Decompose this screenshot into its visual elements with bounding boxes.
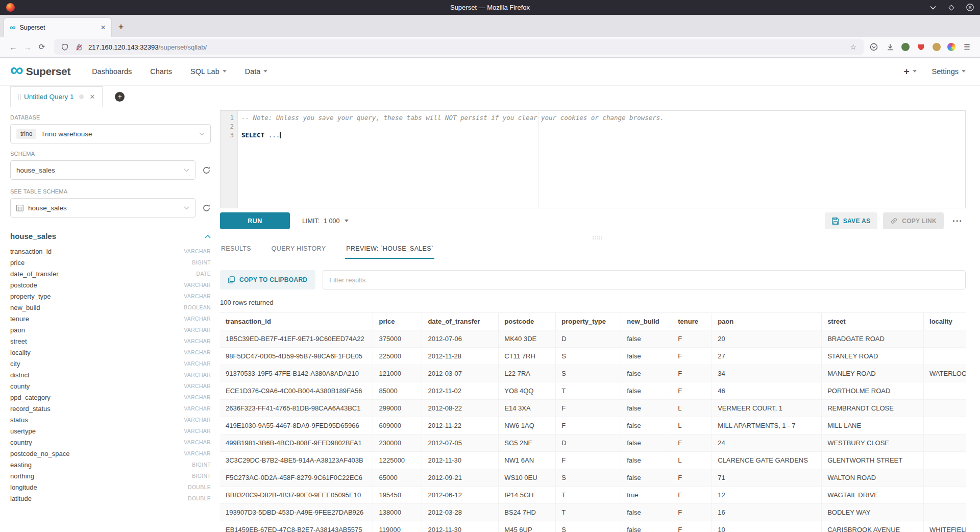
schema-column-row[interactable]: usertypeVARCHAR [10, 425, 211, 437]
forward-icon[interactable]: → [20, 43, 35, 52]
download-icon[interactable] [885, 42, 895, 52]
editor-code[interactable]: -- Note: Unless you save your query, the… [238, 111, 965, 208]
extension-badger-icon[interactable] [901, 43, 910, 51]
copy-to-clipboard-button[interactable]: COPY TO CLIPBOARD [220, 270, 315, 289]
results-column-header[interactable]: transaction_id [220, 313, 373, 330]
results-column-header[interactable]: locality [924, 313, 966, 330]
sql-editor[interactable]: 1 2 3 -- Note: Unless you save your quer… [220, 110, 966, 208]
schema-column-row[interactable]: countyVARCHAR [10, 380, 211, 392]
bookmark-star-icon[interactable]: ☆ [848, 42, 858, 52]
results-cell: 12 [712, 487, 822, 504]
window-maximize-button[interactable] [947, 4, 955, 12]
refresh-table-icon[interactable] [202, 204, 211, 212]
window-close-button[interactable] [966, 4, 974, 12]
results-column-header[interactable]: paon [712, 313, 822, 330]
schema-column-row[interactable]: localityVARCHAR [10, 347, 211, 358]
extension-pinwheel-icon[interactable] [947, 43, 955, 51]
copy-link-button[interactable]: COPY LINK [883, 212, 944, 229]
schema-column-row[interactable]: postcodeVARCHAR [10, 279, 211, 291]
save-as-button[interactable]: SAVE AS [825, 212, 877, 229]
schema-column-row[interactable]: statusVARCHAR [10, 414, 211, 425]
extension-monkey-icon[interactable] [933, 43, 941, 51]
run-button[interactable]: RUN [220, 212, 290, 229]
new-query-tab-button[interactable]: + [115, 92, 125, 102]
ublock-icon[interactable] [916, 42, 926, 52]
nav-item-data[interactable]: Data [245, 67, 268, 76]
results-column-header[interactable]: street [822, 313, 924, 330]
sqllab-left-panel[interactable]: DATABASE trino Trino warehouse SCHEMA ho… [0, 107, 220, 532]
more-options-button[interactable]: ··· [949, 216, 966, 226]
results-table-container[interactable]: transaction_idpricedate_of_transferpostc… [220, 312, 966, 532]
insecure-lock-icon[interactable] [74, 42, 84, 52]
schema-column-row[interactable]: record_statusVARCHAR [10, 403, 211, 414]
results-column-header[interactable]: postcode [499, 313, 556, 330]
schema-column-row[interactable]: countryVARCHAR [10, 437, 211, 448]
tab-preview-house-sales[interactable]: PREVIEW: `HOUSE_SALES` [345, 241, 434, 259]
schema-column-row[interactable]: tenureVARCHAR [10, 313, 211, 324]
url-bar[interactable]: 217.160.120.143:32393/superset/sqllab/ ☆ [54, 39, 864, 55]
schema-column-row[interactable]: priceBIGINT [10, 257, 211, 268]
schema-column-row[interactable]: paonVARCHAR [10, 324, 211, 335]
schema-column-list[interactable]: transaction_idVARCHARpriceBIGINTdate_of_… [10, 246, 211, 504]
schema-column-row[interactable]: cityVARCHAR [10, 358, 211, 369]
database-select[interactable]: trino Trino warehouse [10, 124, 211, 143]
add-new-menu[interactable]: + [903, 66, 916, 77]
url-text[interactable]: 217.160.120.143:32393/superset/sqllab/ [88, 43, 844, 51]
schema-column-row[interactable]: new_buildBOOLEAN [10, 302, 211, 313]
schema-column-row[interactable]: date_of_transferDATE [10, 268, 211, 279]
tracking-shield-icon[interactable] [60, 42, 69, 52]
window-minimize-button[interactable] [929, 4, 937, 12]
results-row: 91370533-19F5-47FE-B142-A380A8ADA2101210… [220, 365, 966, 382]
back-icon[interactable]: ← [6, 43, 20, 52]
table-name-heading[interactable]: house_sales [10, 232, 56, 240]
schema-column-row[interactable]: transaction_idVARCHAR [10, 246, 211, 257]
schema-column-row[interactable]: property_typeVARCHAR [10, 291, 211, 302]
results-cell: 2012-11-30 [422, 452, 499, 469]
schema-column-row[interactable]: eastingBIGINT [10, 459, 211, 470]
results-cell: 91370533-19F5-47FE-B142-A380A8ADA210 [220, 365, 373, 382]
results-column-header[interactable]: tenure [672, 313, 712, 330]
tab-close-icon[interactable]: ✕ [101, 24, 106, 31]
browser-toolbar: ← → ⟳ 217.160.120.143:32393/superset/sql… [0, 37, 980, 58]
schema-column-row[interactable]: districtVARCHAR [10, 369, 211, 380]
results-cell: 1B5C39ED-BE7F-41EF-9E71-9C60EED74A22 [220, 330, 373, 348]
tab-query-history[interactable]: QUERY HISTORY [271, 241, 327, 259]
column-name: usertype [10, 427, 36, 435]
drag-handle-icon[interactable] [18, 94, 19, 95]
results-cell [924, 382, 966, 400]
superset-brand[interactable]: ∞ Superset [10, 65, 70, 78]
browser-tab[interactable]: ∞ Superset ✕ [4, 18, 111, 37]
filter-results-input[interactable] [323, 270, 966, 289]
schema-column-row[interactable]: northingBIGINT [10, 470, 211, 481]
nav-item-dashboards[interactable]: Dashboards [92, 67, 132, 76]
results-cell: T [556, 382, 621, 400]
nav-item-sql-lab[interactable]: SQL Lab [190, 67, 227, 76]
results-cell [924, 452, 966, 469]
query-tab[interactable]: Untitled Query 1 ✕ [10, 86, 103, 107]
settings-menu[interactable]: Settings [932, 67, 966, 76]
menu-icon[interactable]: ☰ [962, 42, 972, 52]
results-column-header[interactable]: new_build [621, 313, 672, 330]
results-column-header[interactable]: date_of_transfer [422, 313, 499, 330]
refresh-schema-icon[interactable] [202, 166, 211, 175]
reload-icon[interactable]: ⟳ [35, 42, 49, 52]
schema-select[interactable]: house_sales [10, 160, 195, 180]
table-select[interactable]: house_sales [10, 198, 195, 217]
results-column-header[interactable]: property_type [556, 313, 621, 330]
schema-column-row[interactable]: longitudeDOUBLE [10, 481, 211, 493]
results-column-header[interactable]: price [373, 313, 422, 330]
nav-item-charts[interactable]: Charts [150, 67, 172, 76]
collapse-table-icon[interactable] [205, 234, 211, 238]
navbar-right: + Settings [903, 66, 966, 77]
limit-dropdown[interactable]: LIMIT: 1 000 [302, 217, 349, 225]
new-tab-button[interactable]: + [113, 19, 129, 35]
query-tab-close-icon[interactable]: ✕ [90, 93, 95, 101]
pane-splitter[interactable] [220, 233, 966, 240]
pocket-icon[interactable] [869, 42, 878, 52]
results-cell: 121000 [373, 365, 422, 382]
schema-column-row[interactable]: latitudeDOUBLE [10, 493, 211, 504]
schema-column-row[interactable]: streetVARCHAR [10, 335, 211, 347]
tab-results[interactable]: RESULTS [220, 241, 252, 259]
schema-column-row[interactable]: ppd_categoryVARCHAR [10, 392, 211, 403]
schema-column-row[interactable]: postcode_no_spaceVARCHAR [10, 448, 211, 459]
